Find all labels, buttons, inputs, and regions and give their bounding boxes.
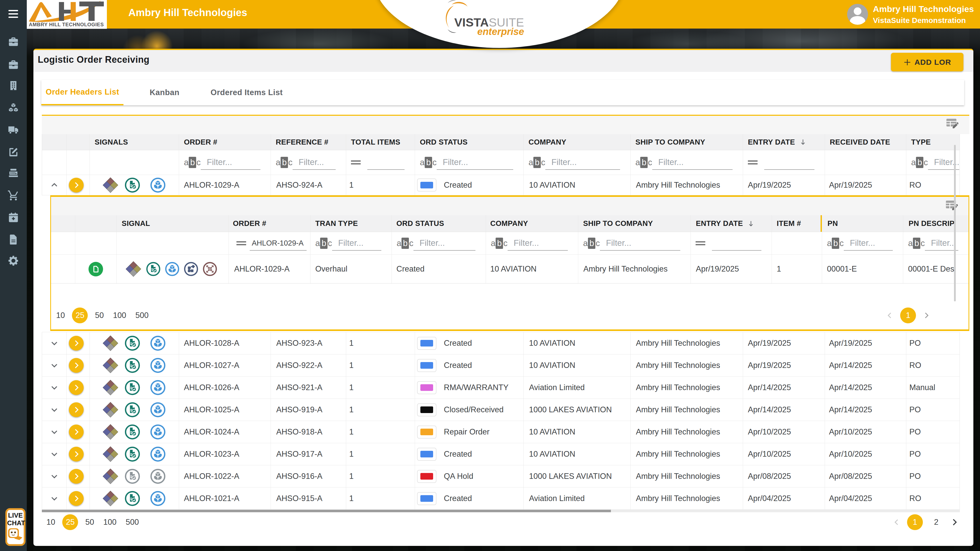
svg-text:AMBRY HILL TECHNOLOGIES: AMBRY HILL TECHNOLOGIES xyxy=(29,22,104,27)
